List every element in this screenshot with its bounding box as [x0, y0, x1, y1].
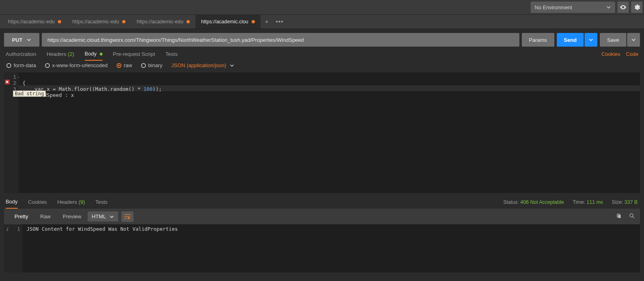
svg-point-0: [630, 214, 633, 217]
body-has-content-icon: [100, 53, 103, 55]
http-method-select[interactable]: PUT: [4, 33, 39, 47]
new-tab-button[interactable]: ＋: [260, 15, 273, 29]
resp-tab-body[interactable]: Body: [6, 199, 18, 209]
chevron-down-icon: [589, 37, 593, 42]
radio-form-data[interactable]: form-data: [6, 62, 36, 68]
radio-x-www-form-urlencoded[interactable]: x-www-form-urlencoded: [45, 62, 108, 68]
response-meta: Status: 406 Not Acceptable Time: 111 ms …: [503, 199, 638, 205]
request-body-editor[interactable]: 1 - 2 3 ✖ { var x = Math.floor((Math.ran…: [4, 72, 640, 193]
chevron-down-icon: [27, 37, 31, 42]
code-link[interactable]: Code: [626, 51, 638, 57]
tab-3[interactable]: https://academic.clou: [195, 15, 260, 29]
tab-2[interactable]: https://academic-edu: [131, 15, 195, 29]
settings-icon[interactable]: [631, 2, 642, 13]
save-dropdown[interactable]: [627, 33, 640, 47]
tab-1[interactable]: https://academic-edu: [67, 15, 131, 29]
radio-binary[interactable]: binary: [141, 62, 162, 68]
radio-icon: [117, 63, 121, 68]
view-raw[interactable]: Raw: [35, 211, 56, 222]
editor-code[interactable]: { var x = Math.floor((Math.random() * 10…: [18, 72, 640, 193]
tab-0[interactable]: https://academic-edu: [2, 15, 67, 29]
search-response-button[interactable]: [629, 213, 635, 220]
tab-overflow-button[interactable]: •••: [273, 15, 286, 29]
resp-tab-cookies[interactable]: Cookies: [28, 199, 47, 205]
info-icon: i: [6, 226, 9, 232]
tab-label: https://academic-edu: [137, 19, 183, 25]
chevron-down-icon: [109, 214, 114, 219]
error-tooltip: Bad string: [13, 90, 46, 97]
tab-body[interactable]: Body: [85, 51, 103, 61]
http-method-label: PUT: [12, 37, 23, 43]
tab-authorization[interactable]: Authorization: [6, 51, 36, 57]
environment-label: No Environment: [535, 4, 572, 10]
request-url-input[interactable]: https://academic.cloud.thingworx.com/Thi…: [42, 33, 519, 47]
resp-tab-headers[interactable]: Headers (9): [57, 199, 85, 205]
response-gutter: i 1: [4, 224, 23, 273]
error-marker-icon[interactable]: ✖: [5, 80, 10, 84]
tab-label: https://academic.clou: [201, 19, 248, 25]
radio-icon: [141, 63, 146, 68]
response-body-viewer[interactable]: i 1 JSON Content for WindSpeed Was Not V…: [4, 224, 640, 273]
time-value: 111 ms: [587, 199, 603, 205]
send-dropdown[interactable]: [585, 33, 597, 47]
chevron-down-icon: [230, 63, 234, 68]
status-value: 406 Not Acceptable: [520, 199, 564, 205]
line-wrap-button[interactable]: [121, 211, 133, 222]
unsaved-dot-icon: [58, 20, 61, 23]
unsaved-dot-icon: [122, 20, 125, 23]
unsaved-dot-icon: [252, 20, 255, 23]
size-value: 337 B: [624, 199, 638, 205]
resp-tab-tests[interactable]: Tests: [95, 199, 107, 205]
tab-tests[interactable]: Tests: [166, 51, 178, 57]
wrap-icon: [124, 214, 131, 219]
quicklook-icon[interactable]: [617, 2, 629, 13]
params-button[interactable]: Params: [522, 33, 554, 47]
chevron-down-icon: [606, 5, 611, 10]
raw-mime-select[interactable]: JSON (application/json): [171, 62, 234, 68]
send-button[interactable]: Send: [557, 33, 584, 47]
view-preview[interactable]: Preview: [57, 211, 87, 222]
tab-headers[interactable]: Headers (2): [47, 51, 74, 57]
tab-strip: https://academic-edu https://academic-ed…: [0, 15, 644, 29]
resp-lang-select[interactable]: HTML: [88, 211, 118, 222]
tab-label: https://academic-edu: [72, 19, 119, 25]
tab-label: https://academic-edu: [8, 19, 55, 25]
copy-response-button[interactable]: [616, 213, 622, 220]
radio-icon: [45, 63, 50, 68]
request-url-text: https://academic.cloud.thingworx.com/Thi…: [47, 37, 304, 43]
radio-icon: [6, 63, 11, 68]
environment-select[interactable]: No Environment: [531, 2, 615, 13]
unsaved-dot-icon: [187, 20, 190, 23]
save-button[interactable]: Save: [600, 33, 626, 47]
view-pretty[interactable]: Pretty: [9, 211, 34, 222]
chevron-down-icon: [631, 37, 636, 42]
tab-prerequest[interactable]: Pre-request Script: [113, 51, 155, 57]
response-text: JSON Content for WindSpeed Was Not Valid…: [23, 224, 640, 273]
radio-raw[interactable]: raw: [117, 62, 132, 68]
cookies-link[interactable]: Cookies: [601, 51, 620, 57]
